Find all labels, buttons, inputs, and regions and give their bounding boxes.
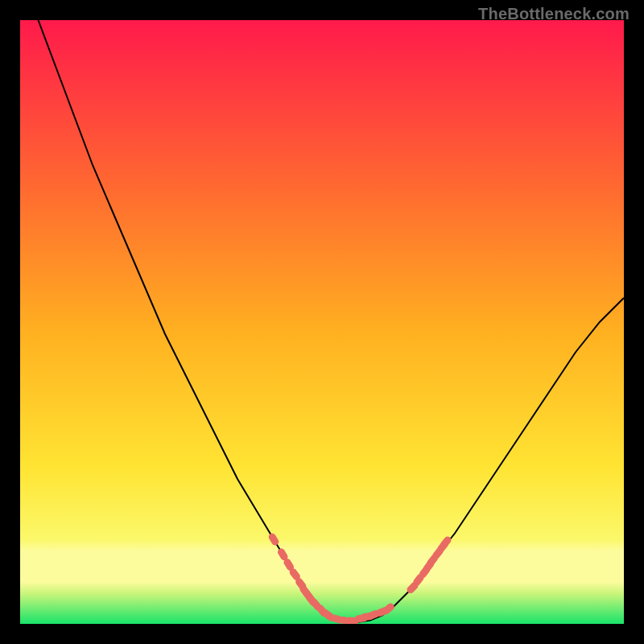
chart-svg bbox=[20, 20, 624, 624]
chart-stage: TheBottleneck.com bbox=[0, 0, 644, 644]
gradient-background bbox=[20, 20, 624, 624]
plot-area bbox=[20, 20, 624, 624]
watermark-text: TheBottleneck.com bbox=[478, 5, 630, 23]
